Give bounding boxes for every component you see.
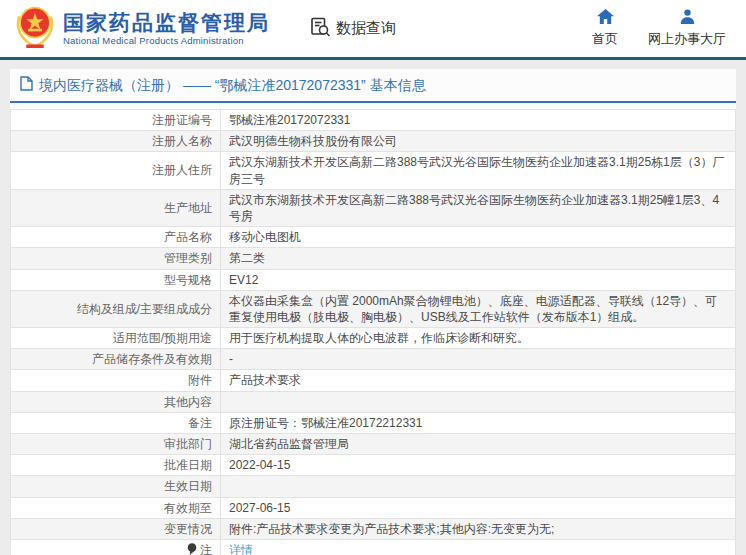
table-row: 变更情况附件:产品技术要求变更为产品技术要求;其他内容:无变更为无; — [11, 518, 736, 539]
table-row: 备注原注册证号：鄂械注准20172212331 — [11, 412, 736, 433]
row-label: 有效期至 — [11, 497, 221, 518]
row-value — [221, 391, 736, 412]
row-label: 其他内容 — [11, 391, 221, 412]
table-row: 适用范围/预期用途用于医疗机构提取人体的心电波群，作临床诊断和研究。 — [11, 328, 736, 349]
table-row: 注册人名称武汉明德生物科技股份有限公司 — [11, 131, 736, 152]
row-value: 用于医疗机构提取人体的心电波群，作临床诊断和研究。 — [221, 328, 736, 349]
row-label: 产品储存条件及有效期 — [11, 349, 221, 370]
agency-name: 国家药品监督管理局 National Medical Products Admi… — [63, 11, 270, 46]
row-value: 第二类 — [221, 248, 736, 269]
row-label: 批准日期 — [11, 455, 221, 476]
row-label: 生产地址 — [11, 189, 221, 226]
registration-info-table: 注册证编号鄂械注准20172072331注册人名称武汉明德生物科技股份有限公司注… — [10, 109, 736, 555]
row-value: 鄂械注准20172072331 — [221, 110, 736, 131]
row-value: 武汉东湖新技术开发区高新二路388号武汉光谷国际生物医药企业加速器3.1期25栋… — [221, 152, 736, 189]
detail-link[interactable]: 详情 — [229, 543, 253, 555]
content-panel: 境内医疗器械（注册） —— “鄂械注准20172072331” 基本信息 注册证… — [10, 69, 736, 555]
data-query-label: 数据查询 — [336, 19, 396, 38]
row-value: 原注册证号：鄂械注准20172212331 — [221, 412, 736, 433]
row-label: 产品名称 — [11, 227, 221, 248]
table-row: 有效期至2027-06-15 — [11, 497, 736, 518]
row-value: EV12 — [221, 269, 736, 290]
page-background: 境内医疗器械（注册） —— “鄂械注准20172072331” 基本信息 注册证… — [0, 60, 746, 555]
table-row: 管理类别第二类 — [11, 248, 736, 269]
table-row: 审批部门湖北省药品监督管理局 — [11, 434, 736, 455]
site-header: 国家药品监督管理局 National Medical Products Admi… — [0, 0, 746, 57]
national-emblem-icon — [14, 4, 56, 54]
nav-service-hall[interactable]: 网上办事大厅 — [648, 9, 726, 48]
row-value: 湖北省药品监督管理局 — [221, 434, 736, 455]
row-value: 2022-04-15 — [221, 455, 736, 476]
table-row: 生产地址武汉市东湖新技术开发区高新二路388号武汉光谷国际生物医药企业加速器3.… — [11, 189, 736, 226]
table-row: 产品储存条件及有效期- — [11, 349, 736, 370]
row-label: 备注 — [11, 412, 221, 433]
table-row: 批准日期2022-04-15 — [11, 455, 736, 476]
row-label: 注册人名称 — [11, 131, 221, 152]
table-row: 注册证编号鄂械注准20172072331 — [11, 110, 736, 131]
table-row: 注册人住所武汉东湖新技术开发区高新二路388号武汉光谷国际生物医药企业加速器3.… — [11, 152, 736, 189]
row-label: 附件 — [11, 370, 221, 391]
header-nav: 首页 网上办事大厅 — [592, 9, 730, 48]
nav-home[interactable]: 首页 — [592, 9, 618, 48]
row-label: 注册人住所 — [11, 152, 221, 189]
row-value: 详情 — [221, 539, 736, 555]
data-query-link[interactable]: 数据查询 — [310, 17, 396, 41]
row-label: 注册证编号 — [11, 110, 221, 131]
row-label: 结构及组成/主要组成成分 — [11, 290, 221, 327]
row-label: 管理类别 — [11, 248, 221, 269]
row-value: 2027-06-15 — [221, 497, 736, 518]
row-value: 产品技术要求 — [221, 370, 736, 391]
registration-info-table-wrap: 注册证编号鄂械注准20172072331注册人名称武汉明德生物科技股份有限公司注… — [10, 103, 736, 555]
row-label: 生效日期 — [11, 476, 221, 497]
document-search-icon — [310, 17, 331, 41]
table-row: 结构及组成/主要组成成分本仪器由采集盒（内置 2000mAh聚合物锂电池）、底座… — [11, 290, 736, 327]
row-label: 适用范围/预期用途 — [11, 328, 221, 349]
nav-service-hall-label: 网上办事大厅 — [648, 30, 726, 48]
row-value: 附件:产品技术要求变更为产品技术要求;其他内容:无变更为无; — [221, 518, 736, 539]
row-value — [221, 476, 736, 497]
row-label: 注 — [11, 539, 221, 555]
row-label: 型号规格 — [11, 269, 221, 290]
row-label: 变更情况 — [11, 518, 221, 539]
row-value: 移动心电图机 — [221, 227, 736, 248]
agency-logo[interactable]: 国家药品监督管理局 National Medical Products Admi… — [14, 4, 270, 54]
agency-name-en: National Medical Products Administration — [63, 35, 270, 46]
agency-name-cn: 国家药品监督管理局 — [63, 11, 270, 35]
table-row: 型号规格EV12 — [11, 269, 736, 290]
page-title: 境内医疗器械（注册） —— “鄂械注准20172072331” 基本信息 — [39, 77, 426, 95]
table-row: 注详情 — [11, 539, 736, 555]
home-icon — [597, 9, 614, 27]
row-value: 本仪器由采集盒（内置 2000mAh聚合物锂电池）、底座、电源适配器、导联线（1… — [221, 290, 736, 327]
table-row: 生效日期 — [11, 476, 736, 497]
row-value: 武汉明德生物科技股份有限公司 — [221, 131, 736, 152]
row-value: - — [221, 349, 736, 370]
nav-home-label: 首页 — [592, 30, 618, 48]
info-table-body: 注册证编号鄂械注准20172072331注册人名称武汉明德生物科技股份有限公司注… — [11, 110, 736, 555]
page-title-bar: 境内医疗器械（注册） —— “鄂械注准20172072331” 基本信息 — [10, 69, 736, 103]
table-row: 产品名称移动心电图机 — [11, 227, 736, 248]
table-row: 附件产品技术要求 — [11, 370, 736, 391]
person-icon — [680, 9, 695, 27]
row-label: 审批部门 — [11, 434, 221, 455]
table-row: 其他内容 — [11, 391, 736, 412]
document-icon — [20, 76, 33, 95]
note-icon — [187, 543, 197, 555]
row-value: 武汉市东湖新技术开发区高新二路388号武汉光谷国际生物医药企业加速器3.1期25… — [221, 189, 736, 226]
